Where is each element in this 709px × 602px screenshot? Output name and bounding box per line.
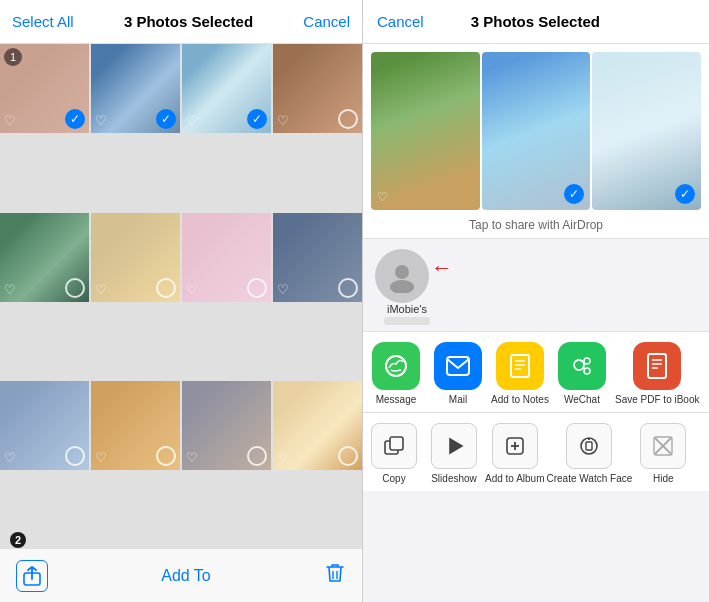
share-icon-bg [558,342,606,390]
right-selected-title: 3 Photos Selected [471,13,600,30]
action-icon-label: Copy [382,473,405,485]
svg-marker-19 [450,439,462,453]
photo-cell-1[interactable]: ♡✓1 [0,44,89,133]
strip-check-icon: ✓ [564,184,584,204]
right-header: Cancel 3 Photos Selected [363,0,709,44]
svg-point-4 [390,280,414,293]
heart-icon: ♡ [95,282,111,298]
photo-cell-7[interactable]: ♡ [182,213,271,302]
svg-rect-7 [511,355,529,377]
svg-point-23 [581,438,597,454]
photo-strip: ♡✓✓ [363,44,709,214]
right-cancel-button[interactable]: Cancel [377,13,424,30]
add-to-button[interactable]: Add To [161,567,211,585]
heart-icon: ♡ [277,113,293,129]
action-icon-box [431,423,477,469]
strip-heart-icon: ♡ [377,190,388,204]
heart-icon: ♡ [4,450,20,466]
check-selected-icon: ✓ [156,109,176,129]
left-cancel-button[interactable]: Cancel [303,13,350,30]
airdrop-hint: Tap to share with AirDrop [363,214,709,239]
share-icon-bg [496,342,544,390]
strip-check-icon: ✓ [675,184,695,204]
check-empty-icon [338,446,358,466]
svg-rect-24 [586,442,592,450]
svg-rect-6 [447,357,469,375]
action-icon-box [371,423,417,469]
action-icon-box [566,423,612,469]
action-item-hide[interactable]: Hide [634,423,692,485]
share-icon-bg [372,342,420,390]
action-icons-row: CopySlideshowAdd to AlbumCreate Watch Fa… [363,412,709,491]
check-empty-icon [338,278,358,298]
photo-cell-10[interactable]: ♡ [91,381,180,470]
share-icon-label: Save PDF to iBook [615,394,699,406]
check-empty-icon [156,446,176,466]
action-item-create-watch-face[interactable]: Create Watch Face [546,423,632,485]
svg-point-3 [395,265,409,279]
share-icon-label: WeChat [564,394,600,406]
photo-cell-4[interactable]: ♡ [273,44,362,133]
heart-icon: ♡ [186,113,202,129]
share-icons-row: MessageMailAdd to NotesWeChatSave PDF to… [363,331,709,412]
photo-cell-6[interactable]: ♡ [91,213,180,302]
share-item-save-pdf-to-ibook[interactable]: Save PDF to iBook [615,342,699,406]
photo-cell-3[interactable]: ♡✓ [182,44,271,133]
svg-line-15 [584,368,586,370]
share-item-wechat[interactable]: WeChat [553,342,611,406]
share-icon-label: Mail [449,394,467,406]
left-header: Select All 3 Photos Selected Cancel [0,0,362,44]
svg-rect-16 [648,354,666,378]
photo-cell-11[interactable]: ♡ [182,381,271,470]
photo-cell-9[interactable]: ♡ [0,381,89,470]
action-item-slideshow[interactable]: Slideshow [425,423,483,485]
check-empty-icon [65,278,85,298]
share-icon-label: Add to Notes [491,394,549,406]
check-empty-icon [247,278,267,298]
photo-cell-2[interactable]: ♡✓ [91,44,180,133]
heart-icon: ♡ [186,450,202,466]
select-all-button[interactable]: Select All [12,13,74,30]
heart-icon: ♡ [4,282,20,298]
contact-avatar[interactable] [375,249,429,303]
action-item-copy[interactable]: Copy [365,423,423,485]
svg-point-5 [386,356,406,376]
heart-icon: ♡ [95,113,111,129]
action-icon-label: Hide [653,473,674,485]
photo-cell-12[interactable]: ♡ [273,381,362,470]
contact-name: iMobie's [384,303,430,325]
share-item-mail[interactable]: Mail [429,342,487,406]
airdrop-row: iMobie's ← [363,239,709,331]
strip-photo-3[interactable]: ✓ [592,52,701,210]
share-icon-bg [633,342,681,390]
photo-cell-8[interactable]: ♡ [273,213,362,302]
heart-icon: ♡ [277,450,293,466]
trash-button[interactable] [324,561,346,590]
svg-point-11 [574,360,584,370]
left-panel: Select All 3 Photos Selected Cancel ♡✓1♡… [0,0,363,602]
right-panel: Cancel 3 Photos Selected ♡✓✓ Tap to shar… [363,0,709,602]
check-empty-icon [338,109,358,129]
left-selected-title: 3 Photos Selected [124,13,253,30]
strip-photo-1[interactable]: ♡ [371,52,480,210]
red-arrow-icon: ← [431,255,453,281]
num-badge: 1 [4,48,22,66]
action-icon-label: Slideshow [431,473,477,485]
heart-icon: ♡ [186,282,202,298]
share-item-add-to-notes[interactable]: Add to Notes [491,342,549,406]
action-icon-box [492,423,538,469]
action-icon-label: Create Watch Face [546,473,632,485]
check-empty-icon [247,446,267,466]
svg-rect-18 [390,437,403,450]
share-item-message[interactable]: Message [367,342,425,406]
action-item-add-to-album[interactable]: Add to Album [485,423,544,485]
heart-icon: ♡ [4,113,20,129]
share-button[interactable] [16,560,48,592]
strip-photo-2[interactable]: ✓ [482,52,591,210]
badge-2: 2 [10,532,26,548]
left-footer-wrap: 2 Add To [0,548,362,602]
photo-cell-5[interactable]: ♡ [0,213,89,302]
heart-icon: ♡ [277,282,293,298]
share-icon-bg [434,342,482,390]
photo-grid: ♡✓1♡✓♡✓♡♡♡♡♡♡♡♡♡ [0,44,362,548]
